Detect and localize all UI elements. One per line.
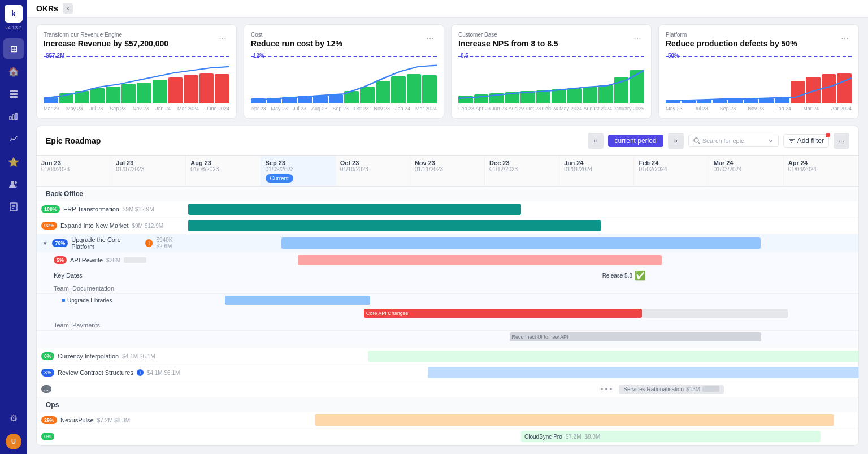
current-period-button[interactable]: current period — [608, 135, 663, 147]
review-contract-meta: $4.1M $6.1M — [147, 370, 180, 376]
review-contract-bar-area — [188, 367, 854, 378]
expand-percent-badge: 92% — [41, 222, 57, 230]
epic-label-services: ... — [41, 385, 188, 393]
cloudsync-bar-area: CloudSync Pro $7.2M $8.3M — [188, 431, 854, 442]
expand-bar — [188, 220, 601, 231]
epic-row-review-contract[interactable]: 3% Review Contract Structures i $4.1M $6… — [37, 365, 858, 381]
core-api-bar-area: Core API Changes — [192, 309, 854, 318]
epic-label-cloudsync: 0% — [41, 433, 188, 440]
cloudsync-bar: CloudSync Pro $7.2M $8.3M — [521, 431, 821, 442]
roadmap-header: Epic Roadmap « current period » Search f… — [37, 126, 858, 156]
okr-category-3: Customer Base — [458, 32, 558, 38]
epic-row-services[interactable]: ... Services Rationalisation $13M — [37, 381, 858, 397]
row-upgrade-libraries[interactable]: Upgrade Libraries — [37, 294, 858, 307]
sidebar-item-analytics[interactable] — [3, 106, 24, 127]
search-epic-container[interactable]: Search for epic — [688, 135, 779, 147]
timeline-oct23: Oct 23 01/10/2023 — [336, 156, 410, 186]
prev-period-button[interactable]: « — [588, 133, 604, 149]
currency-meta: $4.1M $6.1M — [122, 353, 155, 360]
nexuspulse-bar-area — [188, 414, 854, 426]
epic-row-expand[interactable]: 92% Expand Into New Market $9M $12.9M — [37, 218, 858, 234]
roadmap-title: Epic Roadmap — [46, 136, 583, 145]
okr-menu-2[interactable]: ··· — [423, 32, 437, 45]
row-reconnect-ui[interactable]: Reconnect UI to new API — [37, 331, 858, 344]
timeline-jan24: Jan 24 01/01/2024 — [559, 156, 634, 186]
upgrade-warning-icon: ! — [145, 239, 153, 247]
epic-row-cloudsync[interactable]: 0% CloudSync Pro $7.2M $8.3M — [37, 429, 858, 445]
release-date-marker: Release 5.8 ✅ — [602, 270, 646, 281]
upgrade-libs-icon — [62, 299, 65, 302]
timeline-nov23: Nov 23 01/11/2023 — [410, 156, 485, 186]
team-payments-label: Team: Payments — [37, 320, 858, 331]
key-dates-row: Key Dates Release 5.8 ✅ — [37, 268, 858, 283]
okr-value-1: $57.2M — [46, 53, 64, 59]
sidebar-item-files[interactable] — [3, 84, 24, 104]
svg-rect-3 — [10, 116, 11, 120]
nexuspulse-meta: $7.2M $8.3M — [97, 417, 130, 423]
sidebar-item-home[interactable]: ⊞ — [3, 38, 24, 59]
epic-row-upgrade[interactable]: ▼ 76% Upgrade the Core Platform ! $940K … — [37, 234, 858, 253]
okr-menu-3[interactable]: ··· — [631, 32, 644, 45]
search-placeholder: Search for epic — [702, 137, 744, 144]
timeline-jun23: Jun 23 01/06/2023 — [37, 156, 111, 186]
svg-point-7 — [15, 181, 17, 184]
services-badge: ... — [41, 385, 51, 393]
row-core-api-changes[interactable]: Core API Changes — [37, 307, 858, 320]
chart-x-axis-2: Apr 23May 23Jul 23Aug 23Sep 23Oct 23Nov … — [251, 106, 437, 111]
app-logo[interactable]: k — [5, 5, 23, 23]
epic-row-currency[interactable]: 0% Currency Interpolation $4.1M $6.1M — [37, 348, 858, 365]
sidebar-item-reports[interactable] — [3, 197, 24, 217]
okr-chart-3: 0.5 — [458, 53, 644, 103]
epic-row-erp[interactable]: 100% ERP Transformation $9M $12.9M — [37, 201, 858, 218]
filter-active-dot — [826, 133, 830, 137]
expand-name: Expand Into New Market — [60, 222, 128, 229]
avatar[interactable]: U — [6, 434, 21, 449]
okr-title-2: Reduce run cost by 12% — [251, 39, 342, 48]
okr-value-4: 50% — [668, 53, 679, 59]
services-bar-group: Services Rationalisation $13M — [601, 385, 724, 394]
upgrade-percent-badge: 76% — [52, 239, 68, 247]
timeline-header: Jun 23 01/06/2023 Jul 23 01/07/2023 Aug … — [37, 156, 858, 187]
release-label: Release 5.8 — [602, 273, 632, 279]
upgrade-libs-label: Upgrade Libraries — [62, 297, 192, 304]
upgrade-bar-container — [188, 237, 854, 249]
close-button[interactable]: × — [63, 3, 73, 14]
nexuspulse-name: NexusPulse — [60, 417, 94, 423]
sidebar-item-charts[interactable] — [3, 129, 24, 149]
epic-label-erp: 100% ERP Transformation $9M $12.9M — [41, 205, 188, 213]
section-ops: Ops — [37, 397, 858, 412]
sidebar-item-team[interactable] — [3, 174, 24, 194]
epic-row-nexuspulse[interactable]: 29% NexusPulse $7.2M $8.3M — [37, 412, 858, 429]
api-rewrite-meta: $26M — [106, 257, 120, 263]
key-dates-bar-area: Release 5.8 ✅ — [192, 270, 854, 280]
timeline-feb24: Feb 24 01/02/2024 — [634, 156, 709, 186]
okr-category-4: Platform — [666, 32, 797, 38]
roadmap-scroll-area[interactable]: Jun 23 01/06/2023 Jul 23 01/07/2023 Aug … — [37, 156, 858, 445]
timeline-sep23: Sep 23 01/09/2023 Current — [261, 156, 336, 186]
erp-bar-container — [188, 204, 854, 215]
upgrade-meta: $940K $2.6M — [156, 237, 188, 249]
add-filter-button[interactable]: Add filter — [783, 134, 829, 148]
sidebar-item-settings[interactable]: ⚙ — [3, 408, 24, 428]
sidebar-item-star[interactable]: ⭐ — [3, 152, 24, 172]
upgrade-libs-name: Upgrade Libraries — [67, 297, 112, 304]
currency-name: Currency Interpolation — [58, 353, 119, 360]
epic-label-nexuspulse: 29% NexusPulse $7.2M $8.3M — [41, 416, 188, 424]
epic-row-api-rewrite[interactable]: 5% API Rewrite $26M — [37, 253, 858, 268]
reconnect-bar-area: Reconnect UI to new API — [192, 332, 854, 341]
search-icon — [693, 137, 700, 144]
core-api-bar: Core API Changes — [364, 309, 642, 318]
chart-x-axis-1: Mar 23May 23Jul 23Sep 23Nov 23Jan 24Mar … — [44, 106, 229, 111]
okr-menu-4[interactable]: ··· — [838, 32, 852, 45]
upgrade-libs-bar — [225, 296, 371, 305]
section-back-office: Back Office — [37, 187, 858, 201]
okr-menu-1[interactable]: ··· — [216, 32, 229, 45]
erp-percent-badge: 100% — [41, 205, 60, 213]
okr-chart-1: $57.2M — [44, 53, 229, 103]
content-area: Transform our Revenue Engine Increase Re… — [27, 18, 868, 454]
epic-roadmap-panel: Epic Roadmap « current period » Search f… — [36, 126, 859, 446]
next-period-button[interactable]: » — [668, 133, 684, 149]
erp-bar — [188, 204, 521, 215]
sidebar-item-workspace[interactable]: 🏠 — [3, 61, 24, 81]
roadmap-more-menu[interactable]: ··· — [834, 133, 849, 149]
